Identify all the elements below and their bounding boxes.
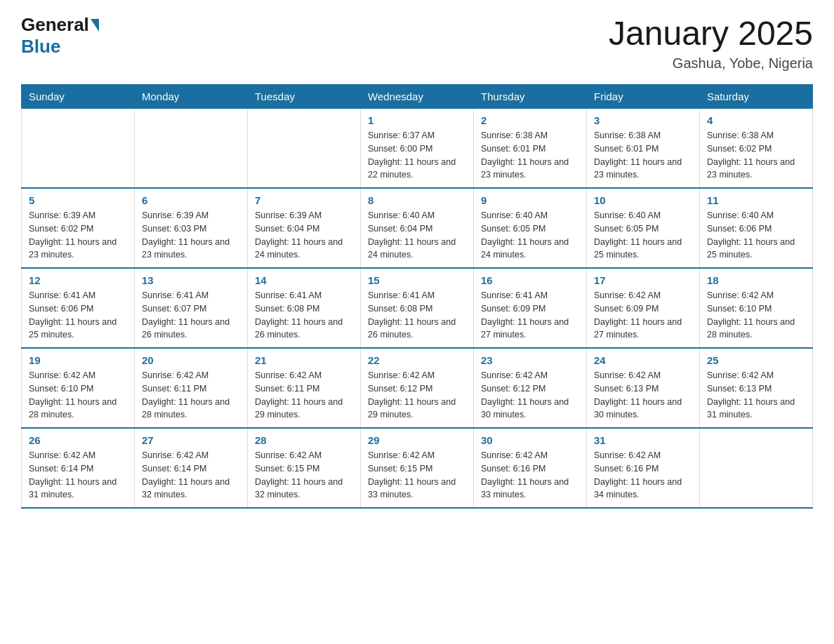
week-row-5: 26Sunrise: 6:42 AM Sunset: 6:14 PM Dayli… xyxy=(22,428,813,508)
day-number: 22 xyxy=(368,354,466,366)
day-cell: 24Sunrise: 6:42 AM Sunset: 6:13 PM Dayli… xyxy=(587,348,700,428)
day-cell: 22Sunrise: 6:42 AM Sunset: 6:12 PM Dayli… xyxy=(361,348,474,428)
day-cell: 14Sunrise: 6:41 AM Sunset: 6:08 PM Dayli… xyxy=(248,268,361,348)
day-info: Sunrise: 6:42 AM Sunset: 6:16 PM Dayligh… xyxy=(594,449,692,502)
week-row-4: 19Sunrise: 6:42 AM Sunset: 6:10 PM Dayli… xyxy=(22,348,813,428)
day-info: Sunrise: 6:40 AM Sunset: 6:06 PM Dayligh… xyxy=(707,209,805,262)
day-cell: 11Sunrise: 6:40 AM Sunset: 6:06 PM Dayli… xyxy=(700,188,813,268)
day-number: 6 xyxy=(142,194,240,206)
day-number: 28 xyxy=(255,434,353,446)
day-cell: 15Sunrise: 6:41 AM Sunset: 6:08 PM Dayli… xyxy=(361,268,474,348)
logo: General Blue xyxy=(21,14,100,58)
day-number: 23 xyxy=(481,354,579,366)
day-number: 12 xyxy=(29,274,127,286)
header-day-friday: Friday xyxy=(587,85,700,109)
day-info: Sunrise: 6:42 AM Sunset: 6:12 PM Dayligh… xyxy=(481,369,579,422)
day-number: 17 xyxy=(594,274,692,286)
day-cell: 29Sunrise: 6:42 AM Sunset: 6:15 PM Dayli… xyxy=(361,428,474,508)
day-info: Sunrise: 6:41 AM Sunset: 6:08 PM Dayligh… xyxy=(255,289,353,342)
day-cell: 16Sunrise: 6:41 AM Sunset: 6:09 PM Dayli… xyxy=(474,268,587,348)
header-day-tuesday: Tuesday xyxy=(248,85,361,109)
day-number: 30 xyxy=(481,434,579,446)
day-cell: 20Sunrise: 6:42 AM Sunset: 6:11 PM Dayli… xyxy=(135,348,248,428)
day-number: 1 xyxy=(368,114,466,126)
day-info: Sunrise: 6:42 AM Sunset: 6:15 PM Dayligh… xyxy=(255,449,353,502)
day-cell xyxy=(248,109,361,189)
day-cell: 5Sunrise: 6:39 AM Sunset: 6:02 PM Daylig… xyxy=(22,188,135,268)
day-cell: 25Sunrise: 6:42 AM Sunset: 6:13 PM Dayli… xyxy=(700,348,813,428)
day-info: Sunrise: 6:42 AM Sunset: 6:14 PM Dayligh… xyxy=(142,449,240,502)
day-info: Sunrise: 6:42 AM Sunset: 6:10 PM Dayligh… xyxy=(29,369,127,422)
day-info: Sunrise: 6:42 AM Sunset: 6:13 PM Dayligh… xyxy=(594,369,692,422)
day-info: Sunrise: 6:42 AM Sunset: 6:15 PM Dayligh… xyxy=(368,449,466,502)
day-number: 14 xyxy=(255,274,353,286)
day-info: Sunrise: 6:40 AM Sunset: 6:05 PM Dayligh… xyxy=(481,209,579,262)
day-cell: 3Sunrise: 6:38 AM Sunset: 6:01 PM Daylig… xyxy=(587,109,700,189)
day-cell: 9Sunrise: 6:40 AM Sunset: 6:05 PM Daylig… xyxy=(474,188,587,268)
day-number: 24 xyxy=(594,354,692,366)
day-cell: 4Sunrise: 6:38 AM Sunset: 6:02 PM Daylig… xyxy=(700,109,813,189)
page-header: General Blue January 2025 Gashua, Yobe, … xyxy=(21,14,813,72)
day-cell: 19Sunrise: 6:42 AM Sunset: 6:10 PM Dayli… xyxy=(22,348,135,428)
logo-general-text: General xyxy=(21,14,89,36)
day-cell: 23Sunrise: 6:42 AM Sunset: 6:12 PM Dayli… xyxy=(474,348,587,428)
day-number: 25 xyxy=(707,354,805,366)
header-day-thursday: Thursday xyxy=(474,85,587,109)
day-number: 4 xyxy=(707,114,805,126)
day-cell: 28Sunrise: 6:42 AM Sunset: 6:15 PM Dayli… xyxy=(248,428,361,508)
day-info: Sunrise: 6:37 AM Sunset: 6:00 PM Dayligh… xyxy=(368,129,466,182)
header-day-monday: Monday xyxy=(135,85,248,109)
day-cell: 6Sunrise: 6:39 AM Sunset: 6:03 PM Daylig… xyxy=(135,188,248,268)
day-cell: 10Sunrise: 6:40 AM Sunset: 6:05 PM Dayli… xyxy=(587,188,700,268)
day-number: 9 xyxy=(481,194,579,206)
day-info: Sunrise: 6:38 AM Sunset: 6:02 PM Dayligh… xyxy=(707,129,805,182)
day-cell: 21Sunrise: 6:42 AM Sunset: 6:11 PM Dayli… xyxy=(248,348,361,428)
day-cell: 8Sunrise: 6:40 AM Sunset: 6:04 PM Daylig… xyxy=(361,188,474,268)
day-number: 8 xyxy=(368,194,466,206)
day-info: Sunrise: 6:42 AM Sunset: 6:13 PM Dayligh… xyxy=(707,369,805,422)
day-number: 7 xyxy=(255,194,353,206)
day-cell: 30Sunrise: 6:42 AM Sunset: 6:16 PM Dayli… xyxy=(474,428,587,508)
day-info: Sunrise: 6:39 AM Sunset: 6:03 PM Dayligh… xyxy=(142,209,240,262)
day-cell xyxy=(700,428,813,508)
day-cell xyxy=(135,109,248,189)
calendar-table: SundayMondayTuesdayWednesdayThursdayFrid… xyxy=(21,84,813,509)
logo-blue-text: Blue xyxy=(21,36,60,57)
day-cell: 1Sunrise: 6:37 AM Sunset: 6:00 PM Daylig… xyxy=(361,109,474,189)
header-day-saturday: Saturday xyxy=(700,85,813,109)
header-row: SundayMondayTuesdayWednesdayThursdayFrid… xyxy=(22,85,813,109)
logo-arrow-icon xyxy=(91,19,99,32)
day-number: 16 xyxy=(481,274,579,286)
day-info: Sunrise: 6:41 AM Sunset: 6:08 PM Dayligh… xyxy=(368,289,466,342)
day-number: 3 xyxy=(594,114,692,126)
calendar-body: 1Sunrise: 6:37 AM Sunset: 6:00 PM Daylig… xyxy=(22,109,813,509)
day-info: Sunrise: 6:38 AM Sunset: 6:01 PM Dayligh… xyxy=(594,129,692,182)
day-number: 21 xyxy=(255,354,353,366)
day-cell: 7Sunrise: 6:39 AM Sunset: 6:04 PM Daylig… xyxy=(248,188,361,268)
day-cell: 31Sunrise: 6:42 AM Sunset: 6:16 PM Dayli… xyxy=(587,428,700,508)
day-number: 19 xyxy=(29,354,127,366)
day-info: Sunrise: 6:42 AM Sunset: 6:16 PM Dayligh… xyxy=(481,449,579,502)
day-info: Sunrise: 6:42 AM Sunset: 6:11 PM Dayligh… xyxy=(255,369,353,422)
day-info: Sunrise: 6:42 AM Sunset: 6:11 PM Dayligh… xyxy=(142,369,240,422)
day-number: 10 xyxy=(594,194,692,206)
header-day-sunday: Sunday xyxy=(22,85,135,109)
title-block: January 2025 Gashua, Yobe, Nigeria xyxy=(609,14,813,72)
day-number: 13 xyxy=(142,274,240,286)
week-row-1: 1Sunrise: 6:37 AM Sunset: 6:00 PM Daylig… xyxy=(22,109,813,189)
day-number: 5 xyxy=(29,194,127,206)
day-info: Sunrise: 6:41 AM Sunset: 6:07 PM Dayligh… xyxy=(142,289,240,342)
day-info: Sunrise: 6:40 AM Sunset: 6:05 PM Dayligh… xyxy=(594,209,692,262)
day-cell: 2Sunrise: 6:38 AM Sunset: 6:01 PM Daylig… xyxy=(474,109,587,189)
location-title: Gashua, Yobe, Nigeria xyxy=(609,55,813,72)
day-info: Sunrise: 6:40 AM Sunset: 6:04 PM Dayligh… xyxy=(368,209,466,262)
day-cell: 12Sunrise: 6:41 AM Sunset: 6:06 PM Dayli… xyxy=(22,268,135,348)
day-number: 31 xyxy=(594,434,692,446)
day-cell xyxy=(22,109,135,189)
day-cell: 26Sunrise: 6:42 AM Sunset: 6:14 PM Dayli… xyxy=(22,428,135,508)
day-number: 15 xyxy=(368,274,466,286)
day-info: Sunrise: 6:42 AM Sunset: 6:09 PM Dayligh… xyxy=(594,289,692,342)
day-info: Sunrise: 6:42 AM Sunset: 6:10 PM Dayligh… xyxy=(707,289,805,342)
month-title: January 2025 xyxy=(609,14,813,53)
day-info: Sunrise: 6:41 AM Sunset: 6:06 PM Dayligh… xyxy=(29,289,127,342)
